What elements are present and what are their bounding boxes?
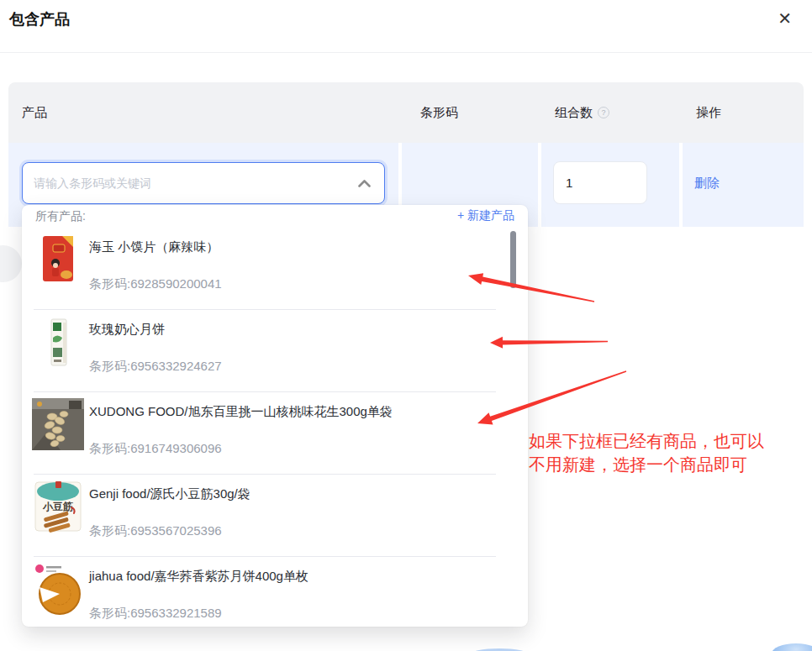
- product-list-item[interactable]: jiahua food/嘉华荞香紫苏月饼400g单枚 条形码:695633292…: [22, 557, 528, 627]
- delete-button[interactable]: 删除: [694, 176, 720, 192]
- product-list-item[interactable]: 海玉 小馍片（麻辣味） 条形码:6928590200041: [22, 228, 528, 310]
- dropdown-section-label: 所有产品:: [35, 209, 86, 224]
- product-image-red-snack-pouch: [32, 234, 84, 286]
- create-product-button[interactable]: + 新建产品: [457, 208, 514, 223]
- product-name: jiahua food/嘉华荞香紫苏月饼400g单枚: [89, 569, 308, 585]
- product-image-green-carton: [32, 316, 84, 368]
- background-blue-blob: [772, 643, 812, 651]
- annotation-line-1: 如果下拉框已经有商品，也可以: [529, 429, 764, 453]
- combo-count-label: 组合数: [555, 105, 593, 121]
- annotation-text: 如果下拉框已经有商品，也可以 不用新建，选择一个商品即可: [529, 429, 764, 476]
- product-barcode: 条形码:6928590200041: [89, 276, 222, 292]
- chevron-up-icon[interactable]: [358, 180, 371, 187]
- product-name: Genji food/源氏小豆筋30g/袋: [89, 486, 250, 502]
- product-barcode: 条形码:6916749306096: [89, 441, 222, 457]
- product-list-item[interactable]: 玫瑰奶心月饼 条形码:6956332924627: [22, 310, 528, 392]
- product-list-item[interactable]: 小豆筋 Genji food/源氏小豆筋30g/袋 条形码:6953567025…: [22, 475, 528, 557]
- product-barcode: 条形码:6956332921589: [89, 606, 222, 622]
- svg-text:小豆筋: 小豆筋: [42, 501, 73, 512]
- product-image-peanut-bag-photo: [32, 398, 84, 450]
- header-divider: [0, 52, 812, 53]
- product-name: XUDONG FOOD/旭东百里挑一山核桃味花生300g单袋: [89, 404, 393, 420]
- product-name: 玫瑰奶心月饼: [89, 322, 165, 338]
- product-barcode: 条形码:6956332924627: [89, 359, 222, 375]
- quantity-input[interactable]: [553, 161, 647, 204]
- column-header-combo-count: 组合数 ?: [555, 82, 609, 143]
- annotation-line-2: 不用新建，选择一个商品即可: [529, 453, 764, 476]
- product-image-mooncake: [32, 563, 84, 615]
- product-name: 海玉 小馍片（麻辣味）: [89, 239, 219, 255]
- column-header-action: 操作: [696, 82, 721, 143]
- help-icon[interactable]: ?: [598, 107, 609, 118]
- product-search-combobox[interactable]: [22, 162, 385, 204]
- close-icon[interactable]: ✕: [778, 9, 792, 28]
- table-header: 产品 条形码 组合数 ? 操作: [8, 82, 804, 143]
- product-image-snack-pack: 小豆筋: [32, 480, 84, 533]
- product-dropdown: 所有产品: + 新建产品 海玉 小馍片（麻辣味） 条形码:69285902000…: [22, 205, 528, 627]
- dropdown-header: 所有产品: + 新建产品: [22, 205, 528, 228]
- product-list-item[interactable]: XUDONG FOOD/旭东百里挑一山核桃味花生300g单袋 条形码:69167…: [22, 392, 528, 475]
- modal-title: 包含产品: [9, 9, 70, 29]
- product-barcode: 条形码:6953567025396: [89, 523, 222, 539]
- column-header-product: 产品: [22, 82, 47, 143]
- background-circle: [0, 245, 22, 282]
- scrollbar-thumb[interactable]: [510, 231, 516, 288]
- product-search-input[interactable]: [23, 176, 358, 190]
- column-header-barcode: 条形码: [420, 82, 458, 143]
